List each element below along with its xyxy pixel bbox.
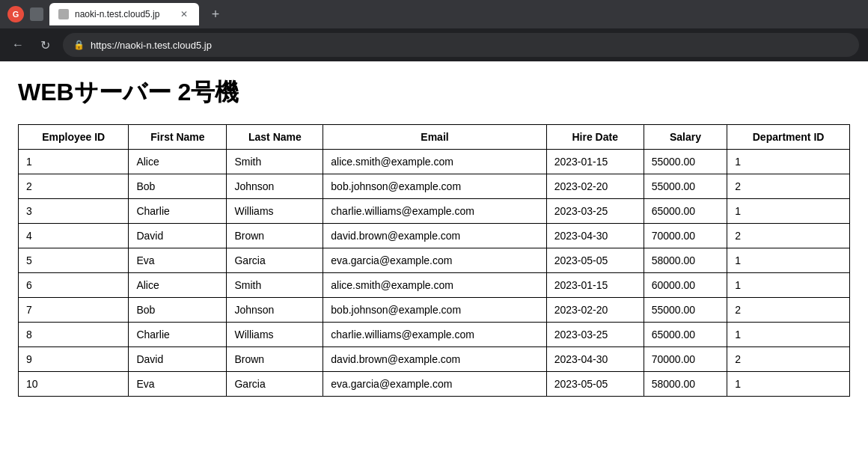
table-cell: 70000.00 — [644, 224, 727, 248]
table-cell: 3 — [19, 199, 129, 224]
table-cell: eva.garcia@example.com — [323, 372, 546, 397]
table-header: Salary — [644, 125, 727, 150]
table-cell: david.brown@example.com — [323, 347, 546, 372]
table-cell: 65000.00 — [644, 323, 727, 347]
table-header: Department ID — [727, 125, 850, 150]
table-cell: bob.johnson@example.com — [323, 298, 546, 323]
table-cell: 1 — [727, 323, 850, 347]
table-header: Hire Date — [546, 125, 644, 150]
table-cell: Brown — [227, 347, 323, 372]
table-cell: Garcia — [227, 248, 323, 273]
table-header-row: Employee IDFirst NameLast NameEmailHire … — [19, 125, 850, 150]
table-cell: alice.smith@example.com — [323, 273, 546, 298]
refresh-button[interactable]: ↻ — [36, 36, 54, 54]
table-header: Employee ID — [19, 125, 129, 150]
table-cell: 2023-05-05 — [546, 248, 644, 273]
table-cell: Johnson — [227, 298, 323, 323]
table-cell: 2023-02-20 — [546, 298, 644, 323]
table-cell: 2023-04-30 — [546, 224, 644, 248]
table-cell: 1 — [727, 273, 850, 298]
table-header: First Name — [129, 125, 227, 150]
table-row: 4DavidBrowndavid.brown@example.com2023-0… — [19, 224, 850, 248]
table-cell: 4 — [19, 224, 129, 248]
table-row: 9DavidBrowndavid.brown@example.com2023-0… — [19, 347, 850, 372]
table-cell: 55000.00 — [644, 150, 727, 174]
table-cell: charlie.williams@example.com — [323, 199, 546, 224]
table-cell: 10 — [19, 372, 129, 397]
table-cell: bob.johnson@example.com — [323, 174, 546, 199]
table-row: 3CharlieWilliamscharlie.williams@example… — [19, 199, 850, 224]
table-cell: 2 — [727, 298, 850, 323]
window-controls — [30, 7, 43, 21]
table-body: 1AliceSmithalice.smith@example.com2023-0… — [19, 150, 850, 397]
table-cell: 70000.00 — [644, 347, 727, 372]
table-cell: 2 — [727, 347, 850, 372]
user-avatar: G — [7, 6, 24, 22]
table-cell: 1 — [727, 150, 850, 174]
table-row: 8CharlieWilliamscharlie.williams@example… — [19, 323, 850, 347]
table-cell: 2023-01-15 — [546, 150, 644, 174]
table-cell: Williams — [227, 199, 323, 224]
table-cell: Charlie — [129, 323, 227, 347]
table-row: 2BobJohnsonbob.johnson@example.com2023-0… — [19, 174, 850, 199]
table-cell: Johnson — [227, 174, 323, 199]
table-cell: 7 — [19, 298, 129, 323]
table-cell: Williams — [227, 323, 323, 347]
browser-tab[interactable]: naoki-n.test.cloud5.jp ✕ — [49, 3, 199, 25]
table-header: Email — [323, 125, 546, 150]
browser-titlebar: G naoki-n.test.cloud5.jp ✕ + — [0, 0, 868, 28]
table-cell: 6 — [19, 273, 129, 298]
table-cell: Alice — [129, 150, 227, 174]
url-text: https://naoki-n.test.cloud5.jp — [91, 40, 212, 51]
table-cell: 8 — [19, 323, 129, 347]
table-cell: 1 — [727, 199, 850, 224]
table-row: 6AliceSmithalice.smith@example.com2023-0… — [19, 273, 850, 298]
table-cell: 2023-04-30 — [546, 347, 644, 372]
table-cell: Smith — [227, 150, 323, 174]
table-cell: 55000.00 — [644, 298, 727, 323]
table-cell: Bob — [129, 174, 227, 199]
table-cell: 65000.00 — [644, 199, 727, 224]
browser-chrome: G naoki-n.test.cloud5.jp ✕ + ← ↻ 🔒 https… — [0, 0, 868, 61]
tab-title: naoki-n.test.cloud5.jp — [75, 9, 159, 19]
table-cell: 9 — [19, 347, 129, 372]
table-cell: 55000.00 — [644, 174, 727, 199]
table-cell: 2023-03-25 — [546, 323, 644, 347]
table-cell: charlie.williams@example.com — [323, 323, 546, 347]
table-cell: 1 — [727, 372, 850, 397]
back-button[interactable]: ← — [9, 36, 27, 54]
table-cell: 1 — [19, 150, 129, 174]
table-cell: Bob — [129, 298, 227, 323]
table-cell: eva.garcia@example.com — [323, 248, 546, 273]
table-row: 1AliceSmithalice.smith@example.com2023-0… — [19, 150, 850, 174]
lock-icon: 🔒 — [73, 40, 85, 50]
new-tab-button[interactable]: + — [205, 4, 226, 25]
table-cell: Smith — [227, 273, 323, 298]
table-row: 5EvaGarciaeva.garcia@example.com2023-05-… — [19, 248, 850, 273]
table-cell: Eva — [129, 372, 227, 397]
table-cell: Eva — [129, 248, 227, 273]
table-cell: david.brown@example.com — [323, 224, 546, 248]
table-cell: Garcia — [227, 372, 323, 397]
table-cell: David — [129, 224, 227, 248]
table-cell: 1 — [727, 248, 850, 273]
table-cell: 2 — [727, 224, 850, 248]
table-cell: alice.smith@example.com — [323, 150, 546, 174]
table-cell: Alice — [129, 273, 227, 298]
page-content: WEBサーバー 2号機 Employee IDFirst NameLast Na… — [0, 61, 868, 458]
tab-close-button[interactable]: ✕ — [178, 8, 190, 20]
table-row: 7BobJohnsonbob.johnson@example.com2023-0… — [19, 298, 850, 323]
url-bar[interactable]: 🔒 https://naoki-n.test.cloud5.jp — [63, 33, 859, 57]
table-cell: 5 — [19, 248, 129, 273]
employee-table: Employee IDFirst NameLast NameEmailHire … — [18, 124, 850, 397]
table-cell: Charlie — [129, 199, 227, 224]
browser-addressbar: ← ↻ 🔒 https://naoki-n.test.cloud5.jp — [0, 28, 868, 61]
table-cell: 2023-01-15 — [546, 273, 644, 298]
table-cell: 2 — [727, 174, 850, 199]
table-cell: 58000.00 — [644, 248, 727, 273]
table-cell: 2023-05-05 — [546, 372, 644, 397]
table-header: Last Name — [227, 125, 323, 150]
table-cell: Brown — [227, 224, 323, 248]
table-row: 10EvaGarciaeva.garcia@example.com2023-05… — [19, 372, 850, 397]
table-cell: 2023-02-20 — [546, 174, 644, 199]
